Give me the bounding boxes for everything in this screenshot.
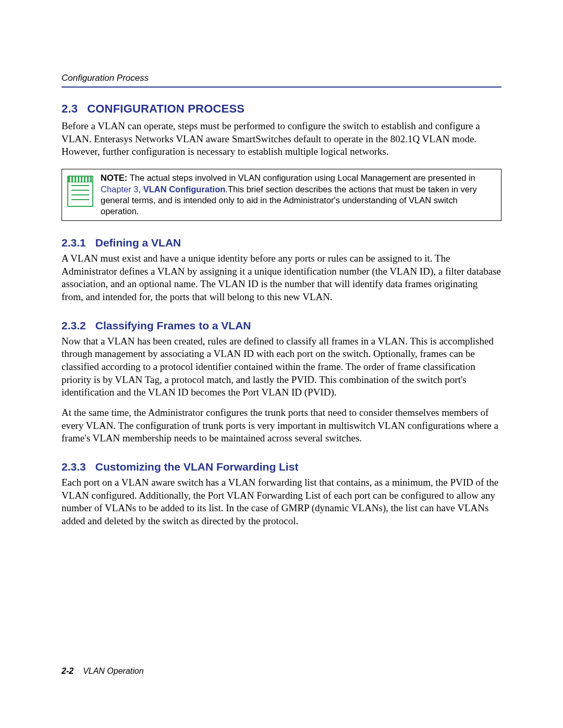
note-sep: ,: [138, 184, 143, 194]
subsection-2-3-2-body-2: At the same time, the Administrator conf…: [62, 406, 501, 445]
section-intro: Before a VLAN can operate, steps must be…: [62, 120, 501, 158]
section-number: 2.3: [62, 102, 78, 115]
note-pre: The actual steps involved in VLAN config…: [127, 173, 475, 182]
page: Configuration Process 2.3CONFIGURATION P…: [0, 0, 563, 728]
notepad-icon: [67, 176, 93, 207]
subsection-title: Classifying Frames to a VLAN: [95, 319, 251, 331]
subsection-heading-2-3-2: 2.3.2Classifying Frames to a VLAN: [62, 319, 501, 332]
subsection-title: Customizing the VLAN Forwarding List: [95, 461, 299, 473]
subsection-2-3-3-body: Each port on a VLAN aware switch has a V…: [62, 476, 501, 528]
section-heading-2-3: 2.3CONFIGURATION PROCESS: [62, 102, 501, 116]
page-number: 2-2: [62, 667, 74, 675]
subsection-title: Defining a VLAN: [95, 237, 181, 249]
note-link-chapter[interactable]: Chapter 3: [101, 184, 138, 194]
subsection-2-3-2-body-1: Now that a VLAN has been created, rules …: [62, 335, 501, 399]
subsection-heading-2-3-1: 2.3.1Defining a VLAN: [62, 237, 501, 249]
subsection-heading-2-3-3: 2.3.3Customizing the VLAN Forwarding Lis…: [62, 461, 501, 473]
subsection-number: 2.3.1: [62, 237, 86, 249]
subsection-number: 2.3.3: [62, 461, 86, 473]
note-box: NOTE: The actual steps involved in VLAN …: [62, 169, 501, 221]
note-text: NOTE: The actual steps involved in VLAN …: [101, 172, 496, 217]
note-link-vlan-config[interactable]: VLAN Configuration: [143, 184, 226, 194]
section-title: CONFIGURATION PROCESS: [87, 102, 244, 115]
note-label: NOTE:: [101, 173, 127, 182]
running-head: Configuration Process: [62, 73, 501, 88]
chapter-name: VLAN Operation: [83, 667, 144, 675]
subsection-number: 2.3.2: [62, 319, 86, 331]
subsection-2-3-1-body: A VLAN must exist and have a unique iden…: [62, 252, 501, 304]
page-footer: 2-2VLAN Operation: [62, 667, 144, 676]
